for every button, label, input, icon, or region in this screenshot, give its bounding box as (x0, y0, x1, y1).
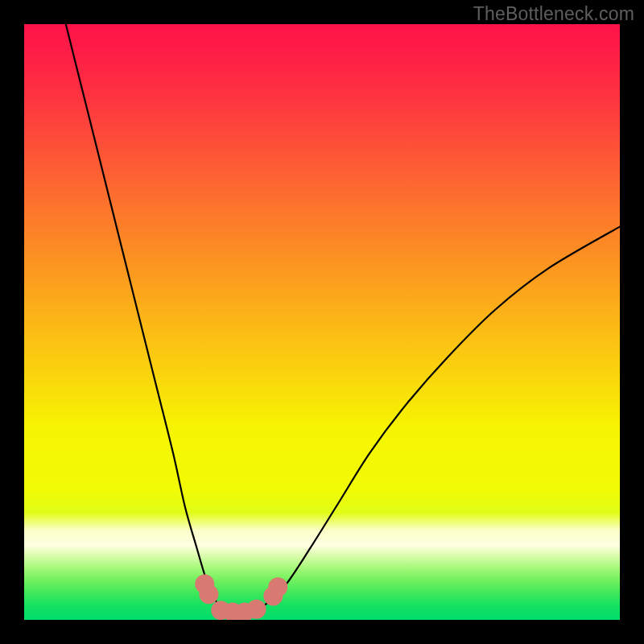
marker-flat-zone-right-b (268, 577, 287, 597)
plot-area (24, 24, 620, 620)
watermark-text: TheBottleneck.com (473, 3, 634, 25)
marker-flat-zone-mid-d (247, 600, 266, 619)
chart-frame: TheBottleneck.com (0, 0, 644, 644)
curve-layer (24, 24, 620, 620)
marker-group (195, 575, 287, 620)
bottleneck-curve (66, 24, 620, 613)
marker-flat-zone-left-b (199, 584, 218, 604)
